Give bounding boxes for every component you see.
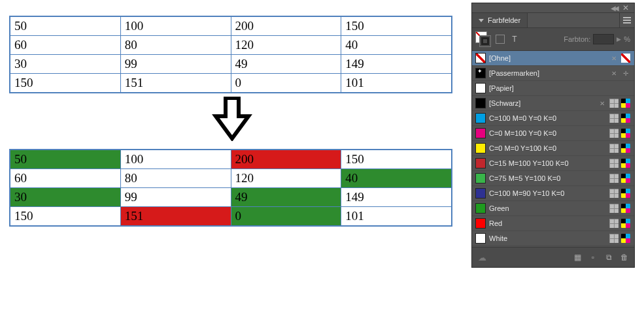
cmyk-icon <box>621 159 630 168</box>
uneditable-icon <box>621 54 630 63</box>
swatch-row[interactable]: C=0 M=100 Y=0 K=0 <box>472 126 634 141</box>
chevron-right-icon[interactable]: ▶ <box>617 36 621 42</box>
global-icon <box>609 129 619 138</box>
collapse-icon[interactable]: ◀◀ <box>611 5 617 12</box>
swatch-color-icon <box>476 174 485 183</box>
tint-input[interactable] <box>593 34 614 44</box>
table-cell: 149 <box>341 55 452 74</box>
table-cell: 200 <box>231 17 341 36</box>
new-swatch-icon[interactable]: ▫ <box>588 253 598 262</box>
global-icon <box>609 114 619 123</box>
swatch-row[interactable]: C=0 M=0 Y=100 K=0 <box>472 141 634 156</box>
swatch-row[interactable]: Green <box>472 201 634 216</box>
swatch-row[interactable]: [Schwarz] <box>472 96 634 111</box>
duplicate-icon[interactable]: ⧉ <box>604 253 613 262</box>
table-cell: 50 <box>10 150 121 169</box>
swatch-row[interactable]: [Passermarken]✛ <box>472 66 634 81</box>
tint-label: Farbton: <box>564 35 590 43</box>
swatch-color-icon <box>476 84 485 93</box>
swatch-badges <box>609 189 630 198</box>
swatch-name: [Papier] <box>489 84 626 92</box>
table-cell: 151 <box>120 74 231 93</box>
swatch-name: White <box>489 234 605 242</box>
cmyk-icon <box>621 234 630 243</box>
panel-toolbar: T Farbton: ▶ % <box>472 28 634 51</box>
table-cell: 100 <box>120 17 231 36</box>
table-cell: 99 <box>120 55 231 74</box>
table-cell: 80 <box>120 169 231 188</box>
table-cell: 120 <box>231 36 341 55</box>
cmyk-icon <box>621 204 630 213</box>
swatch-color-icon <box>476 114 485 123</box>
swatch-row[interactable]: C=15 M=100 Y=100 K=0 <box>472 156 634 171</box>
lock-icon <box>609 69 619 78</box>
global-icon <box>609 189 619 198</box>
swatch-badges <box>609 204 630 213</box>
table-cell: 200 <box>231 150 341 169</box>
swatch-color-icon <box>476 159 485 168</box>
global-icon <box>609 219 619 228</box>
fill-stroke-icon[interactable] <box>476 32 490 46</box>
arrow-down-icon <box>10 97 454 144</box>
tint-unit: % <box>624 35 630 43</box>
swatch-color-icon <box>476 69 485 78</box>
table-cell: 101 <box>341 74 452 93</box>
registration-icon: ✛ <box>621 69 630 78</box>
output-table: 501002001506080120403099491491501510101 <box>10 150 452 226</box>
table-cell: 50 <box>10 17 121 36</box>
text-formatting-icon[interactable]: T <box>510 35 519 44</box>
swatch-badges: ✛ <box>609 69 630 78</box>
global-icon <box>609 234 619 243</box>
swatch-color-icon <box>476 99 485 108</box>
swatch-name: [Ohne] <box>489 54 605 62</box>
new-group-icon[interactable]: ▦ <box>573 253 582 262</box>
swatch-badges <box>609 219 630 228</box>
table-cell: 49 <box>231 188 341 207</box>
global-icon <box>609 204 619 213</box>
swatch-color-icon <box>476 54 485 63</box>
cmyk-icon <box>621 99 630 108</box>
table-cell: 60 <box>10 169 121 188</box>
table-cell: 120 <box>231 169 341 188</box>
swatch-row[interactable]: C=100 M=0 Y=0 K=0 <box>472 111 634 126</box>
table-cell: 0 <box>231 207 341 226</box>
swatch-color-icon <box>476 129 485 138</box>
swatch-list: [Ohne][Passermarken]✛[Papier][Schwarz]C=… <box>472 51 634 247</box>
panel-footer: ☁ ▦ ▫ ⧉ 🗑 <box>472 247 634 267</box>
swatch-row[interactable]: Red <box>472 216 634 231</box>
panel-header: Farbfelder <box>472 13 634 28</box>
swatch-row[interactable]: White <box>472 231 634 246</box>
swatch-name: C=75 M=5 Y=100 K=0 <box>489 174 605 182</box>
swatch-name: C=100 M=0 Y=0 K=0 <box>489 114 605 122</box>
global-icon <box>609 99 619 108</box>
panel-title: Farbfelder <box>488 16 520 24</box>
swatch-badges <box>609 159 630 168</box>
table-cell: 30 <box>10 55 121 74</box>
global-icon <box>609 174 619 183</box>
panel-menu-button[interactable] <box>619 13 634 27</box>
swatch-color-icon <box>476 144 485 153</box>
swatch-row[interactable]: [Ohne] <box>472 51 634 66</box>
input-table: 501002001506080120403099491491501510101 <box>10 16 452 93</box>
swatch-badges <box>609 234 630 243</box>
swatch-name: C=0 M=100 Y=0 K=0 <box>489 129 605 137</box>
table-cell: 100 <box>120 150 231 169</box>
swatch-row[interactable]: C=100 M=90 Y=10 K=0 <box>472 186 634 201</box>
swatch-color-icon <box>476 204 485 213</box>
swatch-badges <box>609 54 630 63</box>
cmyk-icon <box>621 114 630 123</box>
swatch-name: C=15 M=100 Y=100 K=0 <box>489 159 605 167</box>
cloud-icon[interactable]: ☁ <box>477 253 486 262</box>
close-icon[interactable]: ✕ <box>621 3 630 12</box>
trash-icon[interactable]: 🗑 <box>620 253 629 262</box>
swatch-row[interactable]: [Papier] <box>472 81 634 96</box>
table-cell: 150 <box>341 150 452 169</box>
swatch-badges <box>609 114 630 123</box>
panel-tab[interactable]: Farbfelder <box>472 13 528 27</box>
swatch-row[interactable]: C=75 M=5 Y=100 K=0 <box>472 171 634 186</box>
cmyk-icon <box>621 219 630 228</box>
table-cell: 40 <box>341 169 452 188</box>
table-cell: 150 <box>10 74 121 93</box>
table-cell: 30 <box>10 188 121 207</box>
container-formatting-icon[interactable] <box>496 35 505 44</box>
